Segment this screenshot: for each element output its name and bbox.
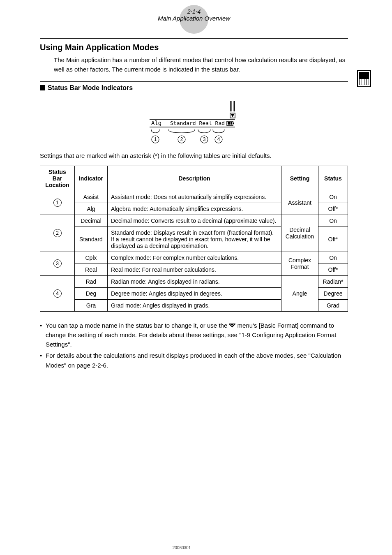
cell-status: On [318,215,348,227]
svg-rect-7 [233,123,234,124]
cell-indicator: Rad [75,275,108,287]
cell-status: On [318,191,348,203]
loc-3: 3 [53,259,62,268]
page-number: 2-1-4 [141,8,247,15]
table-row: 3 Cplx Complex mode: For complex number … [40,252,348,264]
svg-text:2: 2 [180,136,183,142]
cell-indicator: Alg [75,203,108,215]
cell-description: Real mode: For real number calculations. [108,264,281,275]
loc-1: 1 [53,199,62,207]
svg-rect-8 [228,122,229,125]
cell-indicator: Real [75,264,108,275]
cell-status: On [318,252,348,264]
cell-indicator: Assist [75,191,108,203]
list-item: For details about the calculations and r… [40,351,348,370]
statusbar-alg: Alg [151,120,161,126]
cell-status: Off* [318,264,348,275]
cell-indicator: Deg [75,287,108,299]
cell-indicator: Cplx [75,252,108,264]
notes-list: You can tap a mode name in the status ba… [40,321,348,370]
cell-status: Off* [318,203,348,215]
cell-indicator: Gra [75,299,108,311]
cell-status: Off* [318,227,348,252]
list-item: You can tap a mode name in the status ba… [40,321,348,349]
svg-text:3: 3 [203,136,206,142]
th-description: Description [108,166,281,191]
cell-description: Assistant mode: Does not automatically s… [108,191,281,203]
loc-2: 2 [53,229,62,237]
cell-indicator: Decimal [75,215,108,227]
cell-indicator: Standard [75,227,108,252]
cell-setting: Assistant [281,191,318,215]
sub-heading: Status Bar Mode Indicators [40,84,348,92]
table-header-row: Status Bar Location Indicator Descriptio… [40,166,348,191]
cell-setting: Complex Format [281,252,318,275]
cell-description: Degree mode: Angles displayed in degrees… [108,287,281,299]
sub-heading-text: Status Bar Mode Indicators [48,84,133,91]
section-heading: Using Main Application Modes [40,38,348,52]
right-margin-rule [356,0,356,555]
cell-description: Grad mode: Angles displayed in grads. [108,299,281,311]
cell-description: Decimal mode: Converts result to a decim… [108,215,281,227]
loc-4: 4 [53,289,62,298]
th-status: Status [318,166,348,191]
cell-status: Radian* [318,275,348,287]
cell-status: Grad [318,299,348,311]
bullet-text: For details about the calculations and r… [46,352,341,368]
section-intro: The Main application has a number of dif… [54,56,348,74]
cell-description: Radian mode: Angles displayed in radians… [108,275,281,287]
statusbar-figure: Alg Standard Real Rad 1 2 3 4 [40,99,348,146]
cell-description: Algebra mode: Automatically simplifies e… [108,203,281,215]
th-location: Status Bar Location [40,166,75,191]
cell-description: Complex mode: For complex number calcula… [108,252,281,264]
table-row: 2 Decimal Decimal mode: Converts result … [40,215,348,227]
cell-description: Standard mode: Displays result in exact … [108,227,281,252]
table-row: 4 Rad Radian mode: Angles displayed in r… [40,275,348,287]
modes-table: Status Bar Location Indicator Descriptio… [40,166,348,312]
cell-status: Degree [318,287,348,299]
bullet-text-a: You can tap a mode name in the status ba… [46,322,229,329]
cell-setting: Decimal Calculation [281,215,318,252]
svg-text:1: 1 [154,136,157,142]
svg-rect-10 [231,122,232,125]
footer-date: 20060301 [15,546,348,550]
device-icon [357,70,371,87]
cell-setting: Angle [281,275,318,311]
defaults-note: Settings that are marked with an asteris… [40,151,348,161]
svg-text:4: 4 [217,136,220,142]
divider [40,81,348,82]
th-indicator: Indicator [75,166,108,191]
svg-rect-9 [229,122,231,125]
th-setting: Setting [281,166,318,191]
page-header: 2-1-4 Main Application Overview [40,8,348,22]
page-title: Main Application Overview [141,15,247,22]
settings-menu-icon [229,321,235,326]
statusbar-modes: Standard Real Rad [170,120,225,126]
svg-marker-3 [231,114,234,117]
table-row: 1 Assist Assistant mode: Does not automa… [40,191,348,203]
